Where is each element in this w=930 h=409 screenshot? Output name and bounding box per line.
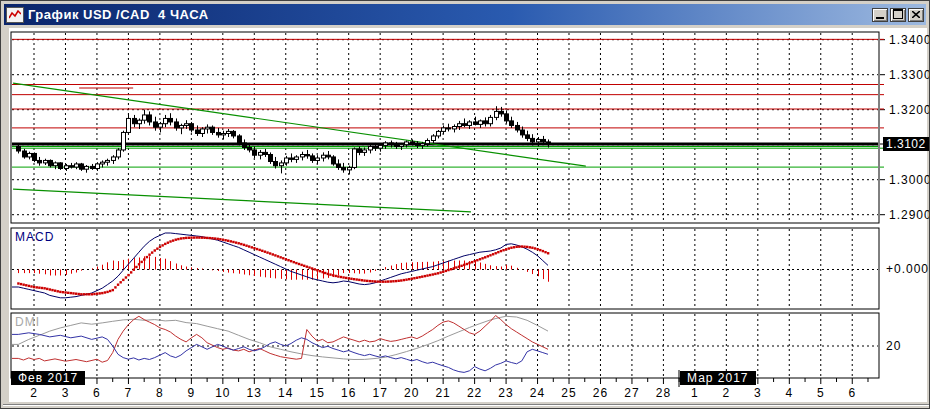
maximize-button[interactable] [890, 8, 906, 22]
macd-panel-label: MACD [15, 230, 54, 244]
macd-signal-dot [374, 280, 376, 282]
macd-signal-dot [455, 266, 457, 268]
candle-body [133, 118, 137, 123]
macd-signal-dot [453, 267, 455, 269]
macd-signal-dot [376, 280, 378, 282]
candle-body [164, 118, 168, 123]
macd-signal-dot [138, 263, 140, 265]
candle-body [259, 152, 263, 155]
macd-signal-dot [49, 288, 51, 290]
macd-signal-dot [219, 238, 221, 240]
x-axis-day-label: 1 [691, 386, 699, 400]
macd-signal-dot [188, 237, 190, 239]
macd-signal-dot [20, 283, 22, 285]
macd-signal-dot [505, 248, 507, 250]
macd-signal-dot [337, 275, 339, 277]
chart-canvas[interactable]: 1.34001.33001.32001.30001.29002367891013… [1, 1, 930, 409]
macd-signal-dot [434, 273, 436, 275]
candle-body [516, 125, 520, 130]
candle-body [521, 130, 525, 135]
macd-signal-dot [492, 253, 494, 255]
macd-signal-dot [526, 246, 528, 248]
macd-signal-dot [536, 248, 538, 250]
candle-body [400, 145, 404, 147]
macd-signal-dot [196, 236, 198, 238]
window-title: График USD /CAD 4 ЧАСА [28, 7, 209, 22]
macd-signal-dot [510, 247, 512, 249]
macd-signal-dot [518, 245, 520, 247]
candle-body [405, 142, 409, 145]
macd-signal-dot [251, 246, 253, 248]
candle-body [232, 131, 236, 136]
candle-body [75, 164, 79, 167]
macd-signal-dot [164, 243, 166, 245]
macd-signal-dot [523, 246, 525, 248]
macd-signal-dot [379, 281, 381, 283]
x-axis-day-label: 21 [435, 386, 450, 400]
macd-signal-dot [101, 292, 103, 294]
candle-body [91, 166, 95, 168]
window-controls [872, 8, 924, 22]
macd-signal-dot [33, 286, 35, 288]
macd-signal-dot [122, 279, 124, 281]
minimize-icon [876, 17, 884, 19]
window-titlebar[interactable]: График USD /CAD 4 ЧАСА [4, 4, 926, 25]
candle-body [495, 111, 499, 117]
macd-signal-dot [539, 249, 541, 251]
macd-signal-dot [237, 242, 239, 244]
candle-body [547, 142, 551, 144]
candle-body [169, 118, 173, 122]
macd-signal-dot [316, 269, 318, 271]
macd-signal-dot [476, 259, 478, 261]
candle-body [269, 155, 273, 162]
candle-body [500, 111, 504, 113]
x-axis-day-label: 6 [93, 386, 101, 400]
macd-signal-dot [85, 293, 87, 295]
candle-body [432, 136, 436, 141]
macd-signal-dot [366, 280, 368, 282]
x-axis-day-label: 27 [624, 386, 639, 400]
macd-signal-dot [172, 239, 174, 241]
minimize-button[interactable] [872, 8, 888, 22]
candle-body [54, 163, 58, 166]
macd-signal-dot [308, 266, 310, 268]
macd-signal-dot [348, 277, 350, 279]
macd-signal-dot [243, 244, 245, 246]
macd-signal-dot [285, 258, 287, 260]
macd-signal-dot [51, 289, 53, 291]
macd-signal-dot [93, 293, 95, 295]
macd-signal-dot [279, 256, 281, 258]
macd-signal-dot [306, 266, 308, 268]
candle-body [148, 115, 152, 122]
macd-signal-dot [293, 261, 295, 263]
candle-body [143, 115, 147, 120]
macd-signal-dot [78, 293, 80, 295]
macd-signal-dot [321, 271, 323, 273]
macd-signal-dot [156, 248, 158, 250]
macd-signal-dot [28, 285, 30, 287]
candle-body [23, 151, 27, 157]
macd-signal-dot [450, 268, 452, 270]
macd-signal-dot [206, 237, 208, 239]
macd-signal-dot [429, 274, 431, 276]
candle-body [222, 134, 226, 135]
macd-signal-dot [290, 260, 292, 262]
macd-signal-dot [439, 271, 441, 273]
candle-body [537, 139, 541, 141]
macd-signal-dot [489, 254, 491, 256]
macd-signal-dot [36, 286, 38, 288]
candle-body [542, 139, 546, 141]
macd-signal-dot [104, 291, 106, 293]
line-chart-icon [6, 7, 24, 23]
macd-signal-dot [64, 291, 66, 293]
macd-signal-dot [190, 236, 192, 238]
x-axis-day-label: 16 [341, 386, 356, 400]
candle-body [426, 141, 430, 144]
x-axis-day-label: 25 [561, 386, 576, 400]
x-axis-day-label: 13 [247, 386, 262, 400]
candle-body [468, 122, 472, 126]
close-button[interactable] [908, 8, 924, 22]
candle-body [65, 166, 69, 169]
macd-signal-dot [272, 253, 274, 255]
candle-body [437, 131, 441, 136]
